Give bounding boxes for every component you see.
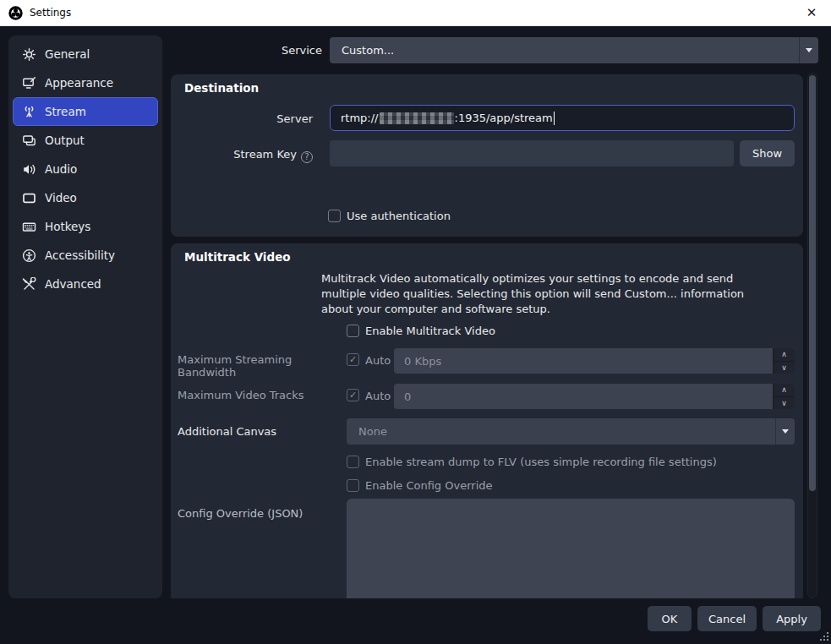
multitrack-description: Multitrack Video automatically optimizes…: [321, 271, 775, 317]
obs-logo-icon: [8, 6, 23, 20]
tracks-spinbox[interactable]: 0 ∧ ∨: [394, 384, 795, 409]
service-value: Custom...: [330, 44, 799, 57]
sidebar-item-appearance[interactable]: Appearance: [13, 68, 158, 97]
output-screens-icon: [22, 134, 36, 148]
tracks-value: 0: [394, 384, 773, 409]
sidebar-item-video[interactable]: Video: [13, 183, 158, 212]
monitor-icon: [22, 191, 36, 205]
sidebar-item-label: Audio: [45, 162, 77, 176]
speaker-icon: [22, 162, 36, 177]
settings-window: Settings ✕ General Appearance Stream: [0, 0, 831, 644]
service-dropdown[interactable]: Custom...: [330, 37, 818, 63]
titlebar: Settings ✕: [0, 0, 831, 26]
sidebar-item-label: General: [45, 47, 90, 61]
additional-canvas-value: None: [347, 425, 775, 438]
bandwidth-spinbox[interactable]: 0 Kbps ∧ ∨: [394, 348, 795, 374]
tracks-auto-label: Auto: [365, 390, 391, 402]
keyboard-icon: [22, 220, 36, 234]
tracks-spin-buttons: ∧ ∨: [773, 384, 795, 409]
additional-canvas-label: Additional Canvas: [178, 425, 347, 438]
config-override-json-label: Config Override (JSON): [178, 507, 347, 520]
appearance-icon: [22, 76, 36, 90]
enable-multitrack-checkbox[interactable]: [347, 325, 359, 337]
settings-nav-sidebar: General Appearance Stream Output Audio: [8, 35, 162, 598]
bandwidth-auto-label: Auto: [365, 354, 391, 367]
redacted-ip: [380, 112, 454, 124]
sidebar-item-label: Video: [45, 191, 77, 205]
text-caret: [554, 112, 555, 125]
config-override-json-textarea[interactable]: [347, 499, 795, 598]
sidebar-item-label: Appearance: [45, 76, 113, 90]
apply-button[interactable]: Apply: [763, 606, 821, 631]
destination-title: Destination: [184, 81, 259, 95]
service-label: Service: [238, 44, 322, 57]
broadcast-antenna-icon: [22, 105, 36, 119]
server-value-suffix: :1935/app/stream: [455, 112, 553, 124]
bandwidth-spin-buttons: ∧ ∨: [773, 348, 795, 374]
tools-icon: [22, 277, 36, 292]
destination-group: Destination Server rtmp://:1935/app/stre…: [171, 74, 803, 237]
config-override-checkbox-label: Enable Config Override: [365, 479, 493, 492]
stream-key-input[interactable]: [330, 140, 734, 166]
vertical-scrollbar-track[interactable]: [807, 73, 817, 598]
server-input[interactable]: rtmp://:1935/app/stream: [330, 105, 795, 131]
multitrack-video-group: Multitrack Video Multitrack Video automa…: [171, 243, 803, 598]
help-icon[interactable]: ?: [301, 151, 313, 163]
sidebar-item-audio[interactable]: Audio: [13, 155, 158, 183]
sidebar-item-output[interactable]: Output: [13, 126, 158, 155]
settings-scroll-area: Destination Server rtmp://:1935/app/stre…: [171, 72, 803, 598]
vertical-scrollbar-handle[interactable]: [809, 75, 816, 491]
enable-multitrack-label: Enable Multitrack Video: [365, 325, 495, 337]
accessibility-icon: [22, 248, 36, 263]
close-icon[interactable]: ✕: [792, 0, 831, 25]
use-authentication-label: Use authentication: [347, 210, 451, 222]
bandwidth-value: 0 Kbps: [394, 348, 773, 374]
sidebar-item-accessibility[interactable]: Accessibility: [13, 241, 158, 270]
multitrack-title: Multitrack Video: [184, 250, 291, 264]
spin-up-icon[interactable]: ∧: [774, 384, 795, 397]
sidebar-item-advanced[interactable]: Advanced: [13, 270, 158, 298]
flv-dump-checkbox[interactable]: [347, 456, 359, 468]
sidebar-item-label: Accessibility: [45, 248, 115, 262]
server-label: Server: [171, 112, 321, 125]
sidebar-item-label: Advanced: [45, 277, 101, 291]
max-tracks-label: Maximum Video Tracks: [178, 389, 347, 401]
resize-grip[interactable]: [820, 632, 828, 641]
sidebar-item-general[interactable]: General: [13, 40, 158, 68]
sidebar-item-label: Output: [45, 134, 85, 147]
server-value-prefix: rtmp://: [341, 112, 379, 124]
ok-button[interactable]: OK: [648, 606, 692, 631]
use-authentication-checkbox[interactable]: [328, 210, 341, 222]
spin-up-icon[interactable]: ∧: [774, 348, 795, 362]
max-bandwidth-label: Maximum Streaming Bandwidth: [178, 353, 347, 379]
show-stream-key-button[interactable]: Show: [740, 140, 795, 166]
sidebar-item-label: Stream: [45, 105, 86, 118]
additional-canvas-dropdown[interactable]: None: [347, 418, 795, 445]
stream-key-label: Stream Key?: [171, 148, 321, 163]
bandwidth-auto-checkbox[interactable]: ✓: [347, 353, 359, 366]
spin-down-icon[interactable]: ∨: [774, 362, 795, 374]
chevron-down-icon: [799, 37, 818, 63]
flv-dump-label: Enable stream dump to FLV (uses simple r…: [365, 456, 717, 468]
cancel-button[interactable]: Cancel: [697, 606, 757, 631]
sidebar-item-label: Hotkeys: [45, 220, 90, 233]
chevron-down-icon: [775, 418, 795, 445]
sidebar-item-stream[interactable]: Stream: [13, 97, 158, 126]
sidebar-item-hotkeys[interactable]: Hotkeys: [13, 212, 158, 241]
spin-down-icon[interactable]: ∨: [774, 397, 795, 410]
tracks-auto-checkbox[interactable]: ✓: [347, 389, 359, 401]
window-title: Settings: [30, 7, 71, 19]
gear-icon: [22, 47, 36, 62]
stream-key-label-text: Stream Key: [233, 148, 297, 161]
config-override-checkbox[interactable]: [347, 479, 359, 492]
